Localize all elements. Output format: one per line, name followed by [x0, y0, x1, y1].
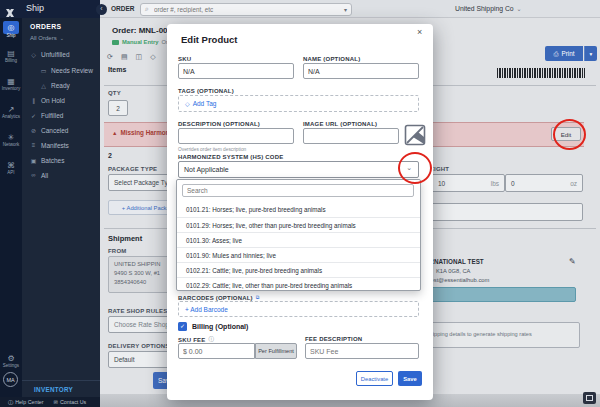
order-scope-icon[interactable]: ‹ — [96, 4, 107, 15]
rail-item-network[interactable]: ✳ Network — [0, 133, 22, 148]
sidebar-item-canceled[interactable]: ⊘Canceled — [30, 124, 68, 136]
fee-description-input[interactable] — [305, 343, 419, 359]
hs-option-label: 0101.90: Mules and hinnies; live — [186, 252, 276, 259]
no-image-icon — [404, 124, 426, 150]
delivery-value: Default — [114, 356, 135, 363]
hs-option[interactable]: 0101.21: Horses; live, pure-bred breedin… — [177, 202, 421, 217]
printer-icon: ⎙ — [554, 50, 559, 58]
hs-option[interactable]: 0101.30: Asses; live — [177, 232, 421, 248]
hs-option-label: 0101.21: Horses; live, pure-bred breedin… — [186, 206, 326, 213]
sidebar-item-on-hold[interactable]: ∥On Hold — [30, 94, 65, 106]
add-barcode-button[interactable]: + Add Barcode — [185, 306, 228, 313]
name-input[interactable] — [303, 63, 419, 79]
image-url-label: IMAGE URL (OPTIONAL) — [303, 121, 377, 127]
image-url-input[interactable] — [303, 128, 399, 144]
description-helper: Overrides order item description — [178, 147, 246, 152]
modal-save-label: Save — [403, 376, 417, 382]
weight-oz-box[interactable]: 0 oz — [505, 174, 583, 192]
rail-item-settings[interactable]: ⚙ Settings — [0, 354, 22, 369]
qty-box[interactable]: 2 — [108, 100, 128, 116]
sidebar-item-manifests[interactable]: ≡Manifests — [30, 139, 69, 151]
rail-item-inventory[interactable]: ▦ Inventory — [0, 77, 22, 92]
api-icon: ⌘ — [0, 161, 22, 170]
billing-checkbox[interactable]: ✓ — [178, 322, 187, 331]
sku-fee-input[interactable] — [178, 343, 255, 359]
network-icon: ✳ — [0, 133, 22, 142]
help-center-link[interactable]: ⓘHelp Center — [8, 399, 44, 406]
sidebar-item-ready[interactable]: △Ready — [40, 79, 70, 91]
sidebar-item-unfulfilled[interactable]: ◇Unfulfilled — [30, 48, 70, 60]
rail-item-analytics[interactable]: ↗ Analytics — [0, 105, 22, 120]
oz-unit: oz — [570, 180, 577, 187]
pencil-icon[interactable]: ✎ — [569, 257, 576, 266]
warning-icon: ▲ — [112, 130, 117, 136]
print-button[interactable]: ⎙Print — [545, 46, 583, 61]
back-glyph: ‹ — [100, 5, 102, 12]
account-caret-icon: ⌄ — [517, 5, 522, 12]
hs-option-label: 0102.21: Cattle; live, pure-bred breedin… — [186, 267, 322, 274]
rail-label: Settings — [0, 363, 22, 369]
logo-area[interactable]: Ship — [0, 0, 100, 18]
tag-icon[interactable]: ◇ — [150, 53, 155, 61]
sidebar-item-label: All — [41, 172, 48, 179]
deactivate-button[interactable]: Deactivate — [356, 371, 393, 386]
add-tag-button[interactable]: ◇ Add Tag — [185, 100, 216, 107]
sidebar-item-batches[interactable]: ▣Batches — [30, 154, 65, 166]
filter-label: All Orders — [30, 35, 57, 41]
ready-icon: △ — [40, 82, 47, 89]
hs-code-select[interactable]: Not Applicable ⌄ — [178, 161, 419, 178]
print-label: Print — [562, 50, 575, 57]
rail-item-billing[interactable]: ▤ Billing — [0, 49, 22, 64]
hs-option[interactable]: 0102.29: Cattle; live, other than pure-b… — [177, 277, 421, 291]
per-fulfillment-button[interactable]: Per Fulfillment — [255, 343, 297, 359]
sidebar-item-label: Manifests — [41, 142, 69, 149]
description-input[interactable] — [178, 128, 294, 144]
hs-option-label: 0101.30: Asses; live — [186, 237, 242, 244]
chat-widget-button[interactable] — [583, 392, 596, 404]
cart-icon[interactable]: ▤ — [121, 53, 128, 61]
sku-label: SKU — [178, 56, 191, 62]
global-search[interactable]: ⌕ ▾ — [140, 3, 352, 16]
hs-search-input[interactable] — [182, 184, 414, 197]
edit-button[interactable]: Edit — [551, 127, 581, 141]
barcodes-label-row: BARCODES (OPTIONAL) ⧉ — [178, 294, 259, 301]
per-fulfillment-label: Per Fulfillment — [258, 348, 294, 354]
sku-input[interactable] — [178, 63, 294, 79]
weight-oz-value: 0 — [511, 180, 515, 187]
badge-label: Manual Entry — [122, 39, 158, 45]
rail-item-api[interactable]: ⌘ API — [0, 161, 22, 176]
close-icon[interactable]: × — [417, 27, 422, 37]
contact-label: Contact Us — [60, 399, 86, 405]
qty-value: 2 — [116, 105, 120, 112]
sidebar-item-all[interactable]: ∞All — [30, 169, 48, 181]
sidebar-item-label: Unfulfilled — [41, 51, 70, 58]
help-icon: ⓘ — [8, 399, 13, 406]
order-scope-label: ORDER — [111, 5, 134, 12]
gear-icon: ⚙ — [0, 354, 22, 363]
manifests-icon: ≡ — [30, 142, 37, 148]
modal-save-button[interactable]: Save — [398, 371, 422, 386]
account-menu[interactable]: United Shipping Co ⌄ — [455, 5, 522, 12]
sidebar-item-fulfilled[interactable]: ✓Fulfilled — [30, 109, 63, 121]
sidebar-item-needs-review[interactable]: ▭Needs Review — [40, 64, 93, 76]
refresh-icon[interactable]: ⟳ — [107, 53, 113, 61]
search-input[interactable] — [152, 5, 344, 14]
print-caret-button[interactable]: ▾ — [584, 46, 597, 61]
needs-review-icon: ▭ — [40, 67, 47, 74]
app-logo-icon — [5, 4, 15, 14]
contact-us-link[interactable]: ✉Contact Us — [54, 399, 87, 405]
hs-option[interactable]: 0102.21: Cattle; live, pure-bred breedin… — [177, 262, 421, 278]
sidebar-item-inventory-link[interactable]: INVENTORY — [34, 386, 73, 393]
hs-option[interactable]: 0101.29: Horses; live, other than pure-b… — [177, 217, 421, 233]
hs-caret-icon: ⌄ — [406, 164, 412, 172]
package-icon[interactable]: ◫ — [136, 53, 143, 61]
hs-option[interactable]: 0101.90: Mules and hinnies; live — [177, 247, 421, 263]
hs-code-label: HARMONIZED SYSTEM (HS) CODE — [178, 154, 283, 160]
all-icon: ∞ — [30, 172, 37, 178]
hs-option-label: 0101.29: Horses; live, other than pure-b… — [186, 222, 356, 229]
sidebar-filter[interactable]: All Orders ⌄ — [30, 35, 64, 41]
delivery-options-label: DELIVERY OPTIONS — [108, 343, 170, 349]
avatar[interactable]: MA — [3, 372, 18, 387]
rail-item-ship[interactable]: ◎ Ship — [0, 21, 22, 36]
fee-description-label: FEE DESCRIPTION — [305, 336, 362, 342]
